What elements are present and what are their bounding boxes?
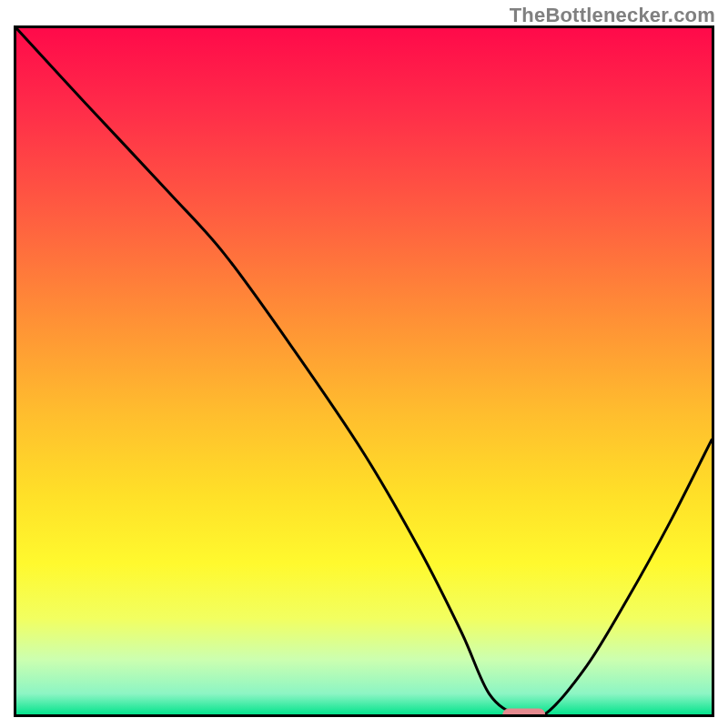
bottleneck-chart <box>14 25 714 717</box>
plot-frame <box>14 25 714 717</box>
gradient-background <box>16 28 712 714</box>
chart-container: TheBottlenecker.com <box>0 0 728 728</box>
watermark-text: TheBottlenecker.com <box>510 4 715 27</box>
